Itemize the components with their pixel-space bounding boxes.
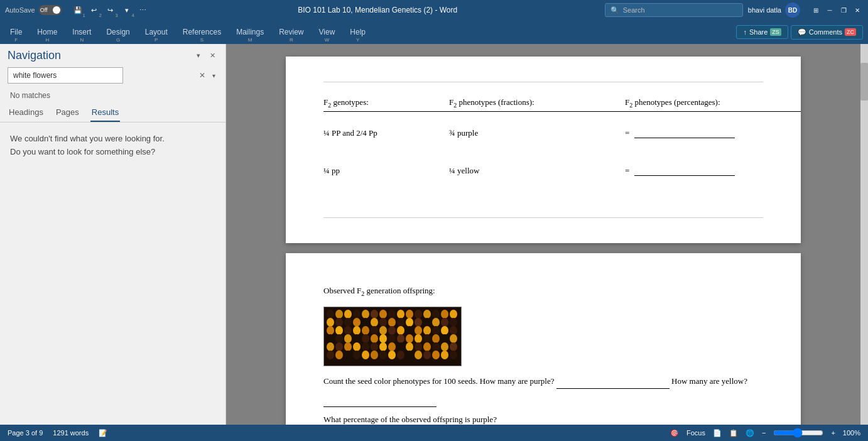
svg-point-12 xyxy=(423,310,431,318)
what-percentage-line: What percentage of the observed offsprin… xyxy=(323,411,763,425)
tab-view[interactable]: View W xyxy=(312,20,343,44)
minimize-button[interactable]: ─ xyxy=(824,4,835,16)
share-icon: ↑ xyxy=(743,28,747,36)
corn-image xyxy=(323,307,462,366)
proofing-icon[interactable]: 📝 xyxy=(99,429,107,437)
zoom-slider[interactable] xyxy=(773,428,823,438)
purple-count-field[interactable] xyxy=(556,379,670,389)
svg-point-90 xyxy=(450,351,457,359)
how-many-yellow-label: How many are yellow? xyxy=(671,376,747,386)
svg-point-82 xyxy=(379,351,387,359)
tab-review[interactable]: Review R xyxy=(271,20,311,44)
tab-mailings-key: M xyxy=(248,37,252,43)
navigation-pane: Navigation ▾ ✕ ✕ ▾ No matches Headings P… xyxy=(0,44,226,425)
svg-point-73 xyxy=(432,342,440,351)
grid-icon[interactable]: ⊞ xyxy=(810,4,822,16)
yellow-count-field[interactable] xyxy=(323,397,437,407)
nav-tabs: Headings Pages Results xyxy=(0,102,225,122)
nav-message: We couldn't find what you were looking f… xyxy=(10,133,215,159)
tab-view-key: W xyxy=(325,37,330,43)
share-label: Share xyxy=(749,28,768,36)
view-normal-icon[interactable]: 📄 xyxy=(713,429,722,437)
genotype-data-row-1: ¼ PP and 2/4 Pp ¾ purple = xyxy=(323,117,763,150)
svg-point-18 xyxy=(344,318,352,327)
comments-icon: 💬 xyxy=(798,28,806,36)
svg-point-76 xyxy=(327,351,334,359)
f2-phenotypes-fractions-label: F2 phenotypes (fractions): xyxy=(449,97,534,107)
autosave-toggle[interactable]: Off xyxy=(39,5,62,15)
nav-close-icon[interactable]: ✕ xyxy=(207,50,218,62)
purple-percentage-field[interactable] xyxy=(499,419,580,425)
tab-references[interactable]: References S xyxy=(175,20,229,44)
tab-headings[interactable]: Headings xyxy=(8,105,45,122)
tab-layout[interactable]: Layout P xyxy=(138,20,175,44)
user-avatar[interactable]: BD xyxy=(785,3,800,18)
scrollbar-track[interactable] xyxy=(860,44,868,425)
percentage-field-1[interactable] xyxy=(634,128,735,138)
tab-home-key: H xyxy=(45,37,49,43)
svg-point-88 xyxy=(432,351,440,359)
svg-point-64 xyxy=(353,342,361,351)
nav-settings-icon[interactable]: ▾ xyxy=(193,50,204,62)
svg-point-77 xyxy=(335,351,343,359)
view-web-icon[interactable]: 🌐 xyxy=(746,429,754,437)
svg-point-20 xyxy=(362,318,369,327)
nav-message-line1: We couldn't find what you were looking f… xyxy=(10,133,215,146)
more-icon[interactable]: ▾4 xyxy=(119,3,134,18)
view-print-icon[interactable]: 📋 xyxy=(729,429,738,437)
tab-home[interactable]: Home H xyxy=(30,20,65,44)
svg-point-55 xyxy=(406,334,413,343)
svg-point-75 xyxy=(450,342,457,351)
tab-pages[interactable]: Pages xyxy=(55,105,80,122)
equals-2: = xyxy=(625,166,629,175)
col-phenotypes-fractions: F2 phenotypes (fractions): xyxy=(449,97,625,112)
share-button[interactable]: ↑ Share ZS xyxy=(736,25,788,39)
svg-point-26 xyxy=(415,318,422,327)
svg-point-74 xyxy=(441,342,448,351)
svg-point-5 xyxy=(362,310,369,318)
tab-help[interactable]: Help Y xyxy=(342,20,373,44)
svg-point-67 xyxy=(379,342,387,351)
row2-genotype: ¼ pp xyxy=(323,155,449,187)
redo-icon[interactable]: ↪3 xyxy=(103,3,118,18)
svg-point-72 xyxy=(423,342,431,351)
tab-insert[interactable]: Insert N xyxy=(65,20,99,44)
tab-results[interactable]: Results xyxy=(90,105,120,122)
close-button[interactable]: ✕ xyxy=(852,4,863,16)
svg-point-6 xyxy=(371,310,378,318)
status-bar-right: 🎯 Focus 📄 📋 🌐 − + 100% xyxy=(670,428,860,438)
focus-icon[interactable]: 🎯 xyxy=(670,429,679,437)
svg-point-60 xyxy=(450,334,457,343)
tab-references-key: S xyxy=(200,37,203,43)
tab-mailings[interactable]: Mailings M xyxy=(229,20,271,44)
window-controls: ⊞ ─ ❐ ✕ xyxy=(810,4,863,16)
nav-search-input[interactable] xyxy=(8,67,123,84)
title-search-box[interactable]: 🔍 Search xyxy=(605,3,743,17)
svg-point-32 xyxy=(335,326,343,335)
toggle-knob xyxy=(53,6,60,14)
expand-icon[interactable]: ⋯ xyxy=(136,3,151,18)
tab-design[interactable]: Design G xyxy=(99,20,137,44)
restore-button[interactable]: ❐ xyxy=(838,4,849,16)
svg-point-52 xyxy=(379,334,387,343)
zoom-in-icon[interactable]: + xyxy=(831,429,835,437)
search-clear-icon[interactable]: ✕ xyxy=(199,71,205,80)
document-area[interactable]: F2 genotypes: F2 phenotypes (fractions):… xyxy=(226,44,860,425)
comments-button[interactable]: 💬 Comments ZC xyxy=(791,25,863,40)
tab-review-label: Review xyxy=(279,28,303,36)
svg-point-71 xyxy=(415,342,422,351)
undo-icon[interactable]: ↩2 xyxy=(87,3,102,18)
search-dropdown-icon[interactable]: ▾ xyxy=(212,72,215,79)
col-genotypes: F2 genotypes: xyxy=(323,97,449,112)
svg-point-66 xyxy=(371,342,378,351)
scrollbar-thumb[interactable] xyxy=(860,63,868,101)
row1-percentage: = xyxy=(625,117,801,150)
scroll-area-wrapper: F2 genotypes: F2 phenotypes (fractions):… xyxy=(226,44,868,425)
svg-point-1 xyxy=(327,310,334,318)
zoom-out-icon[interactable]: − xyxy=(762,429,766,437)
tab-file[interactable]: File F xyxy=(3,20,30,44)
genotype-data-row-2: ¼ pp ¼ yellow = xyxy=(323,155,763,187)
svg-point-25 xyxy=(406,318,413,327)
percentage-field-2[interactable] xyxy=(634,166,735,176)
save-icon[interactable]: 💾1 xyxy=(70,3,85,18)
